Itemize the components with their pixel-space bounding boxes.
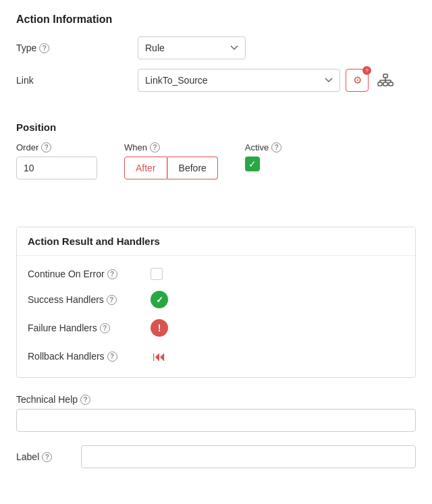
position-title: Position [16, 121, 416, 133]
checkmark-icon: ✓ [248, 159, 256, 169]
continue-on-error-row: Continue On Error ? [28, 262, 404, 285]
technical-help-input[interactable] [16, 409, 416, 432]
network-button[interactable] [374, 69, 397, 92]
svg-rect-3 [389, 82, 393, 86]
technical-help-help-icon[interactable]: ? [80, 395, 90, 405]
success-handlers-help-icon[interactable]: ? [107, 295, 117, 305]
order-input[interactable] [16, 157, 97, 179]
type-control-area: Rule Script Email Condition [138, 36, 416, 59]
action-information-section: Action Information Type ? Rule Script Em… [16, 13, 416, 92]
when-toggle-group: After Before [124, 157, 218, 179]
technical-help-section: Technical Help ? [16, 394, 416, 432]
label-row: Label ? [16, 445, 416, 468]
type-label: Type ? [16, 43, 138, 53]
when-before-button[interactable]: Before [167, 157, 218, 179]
position-row: Order ? When ? After Before Active ? ✓ [16, 142, 416, 179]
order-help-icon[interactable]: ? [41, 142, 51, 152]
label-label: Label ? [16, 451, 70, 462]
gear-icon: ⚙ [353, 74, 362, 86]
continue-on-error-help-icon[interactable]: ? [107, 269, 117, 279]
handlers-section: Action Result and Handlers Continue On E… [16, 227, 416, 378]
type-help-icon[interactable]: ? [39, 43, 49, 53]
failure-handlers-row: Failure Handlers ? ! [28, 314, 404, 342]
technical-help-label: Technical Help ? [16, 394, 416, 405]
failure-handlers-help-icon[interactable]: ? [100, 323, 110, 333]
action-information-title: Action Information [16, 13, 416, 26]
active-col: Active ? ✓ [245, 142, 281, 171]
rollback-icon: ⏮ [153, 349, 166, 364]
failure-exclamation: ! [158, 323, 161, 333]
continue-on-error-checkbox[interactable] [151, 268, 163, 280]
order-label: Order ? [16, 142, 97, 152]
label-input[interactable] [81, 445, 416, 468]
active-help-icon[interactable]: ? [271, 142, 281, 152]
when-label: When ? [124, 142, 218, 152]
svg-rect-2 [383, 82, 387, 86]
gear-button[interactable]: ⚙ ? [346, 69, 369, 92]
when-help-icon[interactable]: ? [150, 142, 160, 152]
rollback-handlers-help-icon[interactable]: ? [107, 352, 117, 362]
svg-rect-0 [383, 74, 387, 78]
link-select[interactable]: LinkTo_Source LinkTo_Target [138, 69, 340, 92]
link-label: Link [16, 75, 138, 86]
active-label: Active ? [245, 142, 281, 152]
when-col: When ? After Before [124, 142, 218, 179]
success-handlers-row: Success Handlers ? ✓ [28, 285, 404, 314]
failure-handlers-icon[interactable]: ! [151, 319, 168, 337]
success-checkmark: ✓ [156, 295, 163, 305]
rollback-handlers-row: Rollback Handlers ? ⏮ [28, 342, 404, 370]
type-select[interactable]: Rule Script Email Condition [138, 36, 246, 59]
active-checkbox[interactable]: ✓ [245, 157, 260, 171]
link-row: Link LinkTo_Source LinkTo_Target ⚙ ? [16, 69, 416, 92]
gear-badge: ? [362, 66, 371, 75]
position-section: Position Order ? When ? After Before Act… [16, 121, 416, 179]
network-icon [377, 74, 394, 87]
rollback-handlers-icon[interactable]: ⏮ [151, 347, 168, 365]
handlers-body: Continue On Error ? Success Handlers ? ✓… [17, 256, 415, 377]
rollback-handlers-label: Rollback Handlers ? [28, 351, 142, 362]
failure-handlers-label: Failure Handlers ? [28, 323, 142, 333]
when-after-button[interactable]: After [124, 157, 167, 179]
link-control-area: LinkTo_Source LinkTo_Target ⚙ ? [138, 69, 416, 92]
success-handlers-icon[interactable]: ✓ [151, 291, 168, 308]
type-row: Type ? Rule Script Email Condition [16, 36, 416, 59]
label-help-icon[interactable]: ? [42, 452, 52, 462]
svg-rect-1 [378, 82, 382, 86]
handlers-title: Action Result and Handlers [17, 227, 415, 256]
order-col: Order ? [16, 142, 97, 179]
success-handlers-label: Success Handlers ? [28, 294, 142, 305]
continue-on-error-label: Continue On Error ? [28, 269, 142, 279]
